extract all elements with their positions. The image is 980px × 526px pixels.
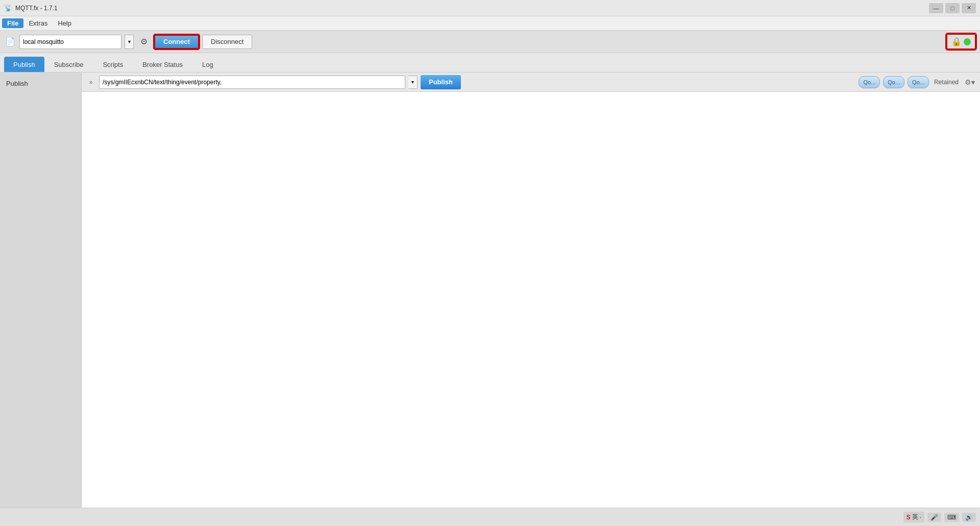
taskbar-mic-item[interactable]: 🎤 (927, 513, 941, 522)
topic-dropdown-arrow[interactable]: ▾ (408, 76, 418, 89)
gear-button[interactable]: ⚙ (137, 35, 151, 49)
microphone-icon: 🎤 (930, 514, 938, 521)
retained-label: Retained (932, 79, 961, 86)
menu-bar: File Extras Help (0, 16, 980, 31)
connection-status-area: 🔒 (946, 34, 976, 50)
profile-icon: 📄 (4, 36, 16, 48)
tab-scripts[interactable]: Scripts (93, 57, 133, 72)
taskbar-dot: · (920, 514, 921, 521)
taskbar-keyboard-item[interactable]: ⌨ (944, 513, 959, 522)
file-menu[interactable]: File (2, 18, 23, 28)
sidebar-item-publish[interactable]: Publish (0, 77, 81, 90)
qos1-button[interactable]: Qo... (883, 76, 904, 88)
close-button[interactable]: ✕ (962, 3, 976, 13)
tab-publish[interactable]: Publish (4, 57, 44, 72)
lock-icon: 🔒 (951, 37, 962, 46)
qos0-button[interactable]: Qo... (859, 76, 880, 88)
status-indicator (964, 38, 971, 45)
content-area: » ▾ Publish Qo... Qo... Qo... Retained ⚙… (82, 73, 980, 508)
minimize-button[interactable]: — (929, 3, 943, 13)
taskbar-speaker-item[interactable]: 🔊 (962, 513, 976, 522)
extras-menu[interactable]: Extras (23, 18, 53, 28)
qos2-button[interactable]: Qo... (908, 76, 929, 88)
connection-bar: 📄 ▾ ⚙ Connect Disconnect 🔒 (0, 31, 980, 53)
taskbar-lang-label: 英 (912, 513, 918, 521)
profile-input[interactable] (19, 35, 121, 49)
title-bar: 📡 MQTT.fx - 1.7.1 — □ ✕ (0, 0, 980, 16)
publish-settings-button[interactable]: ⚙▾ (964, 76, 976, 88)
keyboard-icon: ⌨ (947, 514, 956, 521)
message-area[interactable] (82, 92, 980, 508)
speaker-icon: 🔊 (965, 514, 973, 521)
app-title: MQTT.fx - 1.7.1 (15, 5, 929, 12)
tab-subscribe[interactable]: Subscribe (44, 57, 93, 72)
publish-button[interactable]: Publish (421, 75, 461, 89)
disconnect-button[interactable]: Disconnect (202, 35, 252, 49)
window-controls: — □ ✕ (929, 3, 976, 13)
help-menu[interactable]: Help (53, 18, 77, 28)
profile-dropdown[interactable]: ▾ (125, 35, 134, 49)
app-icon: 📡 (4, 4, 12, 12)
maximize-button[interactable]: □ (945, 3, 960, 13)
tab-log[interactable]: Log (192, 57, 223, 72)
tab-bar: Publish Subscribe Scripts Broker Status … (0, 53, 980, 73)
expand-button[interactable]: » (86, 77, 96, 87)
tab-broker-status[interactable]: Broker Status (133, 57, 192, 72)
taskbar-lang-icon: S (906, 514, 911, 521)
publish-toolbar: » ▾ Publish Qo... Qo... Qo... Retained ⚙… (82, 73, 980, 92)
taskbar: S 英 · 🎤 ⌨ 🔊 (0, 508, 980, 526)
taskbar-lang-item[interactable]: S 英 · (903, 512, 924, 522)
sidebar: Publish (0, 73, 82, 508)
connect-button[interactable]: Connect (154, 35, 199, 49)
main-content: Publish » ▾ Publish Qo... Qo... Qo... Re… (0, 73, 980, 508)
topic-input[interactable] (99, 76, 405, 89)
